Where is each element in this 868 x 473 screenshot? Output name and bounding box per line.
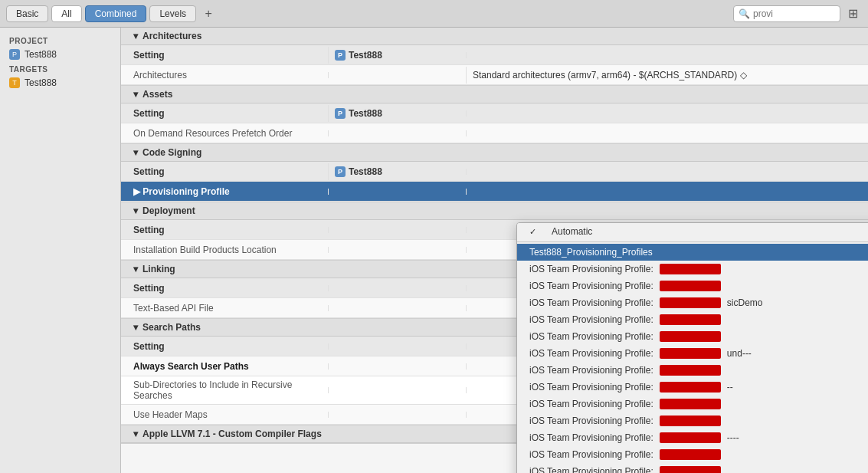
dropdown-item-automatic[interactable]: Automatic <box>517 223 868 240</box>
redacted-11 <box>660 432 721 443</box>
section-deployment-title: Deployment <box>142 205 195 216</box>
col-setting-header: Setting <box>121 105 328 122</box>
redacted-1 <box>660 264 721 274</box>
section-architectures: ▾ Architectures Setting P Test888 Archit… <box>121 28 868 86</box>
sidebar-target-label: Test888 <box>25 77 57 88</box>
dropdown-item-profile-12[interactable]: iOS Team Provisioning Profile: <box>517 446 868 463</box>
target-provisioning-profile <box>328 189 466 195</box>
add-tab-button[interactable]: + <box>199 5 218 22</box>
redacted-5 <box>660 331 721 342</box>
redacted-12 <box>660 449 721 460</box>
section-apple-llvm-title: Apple LLVM 7.1 - Custom Compiler Flags <box>142 429 322 439</box>
dropdown-item-profile-8[interactable]: iOS Team Provisioning Profile: -- <box>517 379 868 396</box>
setting-architectures: Architectures <box>121 67 328 84</box>
dropdown-item-profile-3[interactable]: iOS Team Provisioning Profile: sicDemo <box>517 294 868 311</box>
table-row: Setting P Test888 <box>121 162 868 182</box>
dropdown-item-profile-10[interactable]: iOS Team Provisioning Profile: <box>517 412 868 429</box>
dropdown-item-profile-13[interactable]: iOS Team Provisioning Profile: <box>517 463 868 473</box>
project-icon-small: P <box>335 108 346 119</box>
assets-table: Setting P Test888 On Demand Resources Pr… <box>121 103 868 143</box>
dropdown-item-profile-9[interactable]: iOS Team Provisioning Profile: <box>517 396 868 412</box>
search-box: 🔍 provi <box>733 5 840 22</box>
architectures-table: Setting P Test888 Architectures Standard… <box>121 45 868 85</box>
section-arrow-icon: ▾ <box>133 264 138 274</box>
project-section-title: PROJECT <box>0 34 120 47</box>
dropdown-item-profile-7[interactable]: iOS Team Provisioning Profile: <box>517 362 868 379</box>
col-setting-header: Setting <box>121 222 328 238</box>
dropdown-selected-profile-label: Test888_Provisioning_Profiles <box>529 247 653 258</box>
search-input[interactable]: provi <box>753 8 830 19</box>
project-icon-small: P <box>335 166 346 177</box>
value-provisioning-profile <box>466 189 868 195</box>
section-deployment-header[interactable]: ▾ Deployment <box>121 202 868 220</box>
filter-button[interactable]: ⊞ <box>843 5 862 22</box>
dropdown-item-profile-6[interactable]: iOS Team Provisioning Profile: und--- <box>517 345 868 362</box>
target-icon: T <box>9 77 20 88</box>
col-value-header <box>466 169 868 175</box>
setting-use-header-maps: Use Header Maps <box>121 406 328 423</box>
search-icon: 🔍 <box>739 8 750 19</box>
section-assets: ▾ Assets Setting P Test888 On Demand Res… <box>121 86 868 144</box>
redacted-10 <box>660 416 721 426</box>
setting-sub-dirs: Sub-Directories to Include in Recursive … <box>121 376 328 404</box>
dropdown-divider <box>517 241 868 242</box>
col-target-header: P Test888 <box>328 47 466 64</box>
tab-basic[interactable]: Basic <box>6 5 48 22</box>
col-target-header <box>328 343 466 350</box>
redacted-13 <box>660 466 721 473</box>
tab-all[interactable]: All <box>51 5 81 22</box>
setting-install-build: Installation Build Products Location <box>121 241 328 258</box>
redacted-8 <box>660 382 721 393</box>
table-row: Setting P Test888 <box>121 45 868 65</box>
section-arrow-icon: ▾ <box>133 322 138 333</box>
sidebar-item-project[interactable]: P Test888 <box>0 47 120 62</box>
col-setting-header: Setting <box>121 280 328 297</box>
redacted-7 <box>660 365 721 376</box>
col-setting-header: Setting <box>121 163 328 180</box>
target-on-demand <box>328 130 466 136</box>
target-sub-dirs <box>328 387 466 393</box>
sidebar-item-target[interactable]: T Test888 <box>0 75 120 90</box>
tab-combined[interactable]: Combined <box>85 5 147 22</box>
redacted-4 <box>660 314 721 325</box>
setting-always-search: Always Search User Paths <box>121 358 328 375</box>
section-arrow-icon: ▾ <box>133 429 138 439</box>
dropdown-item-selected[interactable]: Test888_Provisioning_Profiles <box>517 244 868 261</box>
provisioning-profile-row[interactable]: ▶ Provisioning Profile <box>121 182 868 202</box>
sidebar: PROJECT P Test888 TARGETS T Test888 <box>0 28 121 473</box>
redacted-6 <box>660 348 721 359</box>
setting-on-demand: On Demand Resources Prefetch Order <box>121 125 328 142</box>
table-row: Architectures Standard architectures (ar… <box>121 65 868 85</box>
code-signing-table: Setting P Test888 ▶ Provisioning Profile <box>121 162 868 202</box>
sidebar-project-label: Test888 <box>25 49 57 60</box>
col-target-header: P Test888 <box>328 105 466 122</box>
dropdown-item-profile-2[interactable]: iOS Team Provisioning Profile: <box>517 278 868 294</box>
dropdown-label-automatic: Automatic <box>552 226 592 237</box>
setting-text-based-api: Text-Based API File <box>121 300 328 317</box>
targets-section-title: TARGETS <box>0 62 120 75</box>
dropdown-item-profile-5[interactable]: iOS Team Provisioning Profile: <box>517 328 868 345</box>
value-architectures: Standard architectures (armv7, arm64) - … <box>466 67 868 84</box>
dropdown-item-profile-11[interactable]: iOS Team Provisioning Profile: ---- <box>517 429 868 446</box>
value-on-demand <box>466 130 868 136</box>
main-layout: PROJECT P Test888 TARGETS T Test888 ▾ Ar… <box>0 28 868 473</box>
dropdown-item-profile-1[interactable]: iOS Team Provisioning Profile: <box>517 261 868 278</box>
dropdown-item-profile-4[interactable]: iOS Team Provisioning Profile: <box>517 311 868 328</box>
section-arrow-icon: ▾ <box>133 31 138 41</box>
target-always-search <box>328 363 466 370</box>
section-code-signing-title: Code Signing <box>142 147 201 158</box>
section-assets-header[interactable]: ▾ Assets <box>121 86 868 103</box>
project-icon-small: P <box>335 50 346 61</box>
section-architectures-title: Architectures <box>142 31 201 41</box>
tab-levels[interactable]: Levels <box>149 5 196 22</box>
provisioning-profile-dropdown: Automatic Test888_Provisioning_Profiles … <box>516 222 868 473</box>
section-assets-title: Assets <box>142 89 172 100</box>
section-code-signing-header[interactable]: ▾ Code Signing <box>121 144 868 162</box>
section-architectures-header[interactable]: ▾ Architectures <box>121 28 868 45</box>
section-linking-title: Linking <box>142 264 175 274</box>
section-search-paths-title: Search Paths <box>142 322 201 333</box>
col-setting-header: Setting <box>121 47 328 64</box>
redacted-3 <box>660 297 721 308</box>
content-area: ▾ Architectures Setting P Test888 Archit… <box>121 28 868 473</box>
col-target-header <box>328 227 466 233</box>
